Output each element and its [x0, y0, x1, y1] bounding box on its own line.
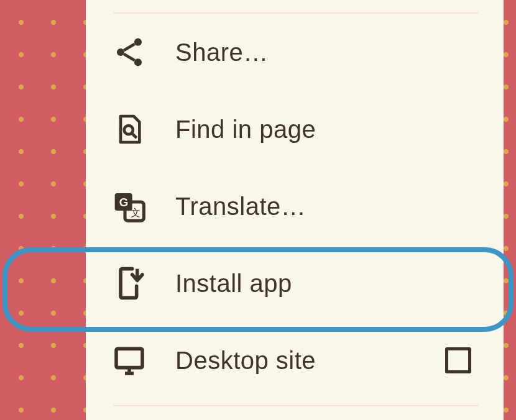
find-in-page-icon — [112, 112, 147, 147]
svg-rect-11 — [116, 349, 142, 367]
svg-point-1 — [117, 48, 124, 56]
install-app-icon — [112, 266, 147, 301]
svg-point-2 — [134, 58, 142, 66]
menu-item-label: Find in page — [175, 116, 316, 144]
menu-item-label: Install app — [175, 270, 292, 298]
svg-line-3 — [124, 44, 134, 50]
menu-item-find-in-page[interactable]: Find in page — [86, 91, 504, 168]
svg-point-0 — [134, 39, 142, 46]
svg-line-4 — [124, 54, 134, 60]
translate-icon: G 文 — [112, 189, 147, 224]
menu-item-label: Translate… — [175, 193, 306, 221]
svg-text:G: G — [119, 196, 129, 209]
menu-item-install-app[interactable]: Install app — [86, 245, 504, 322]
menu-item-share[interactable]: Share… — [86, 14, 504, 91]
share-icon — [112, 35, 147, 70]
desktop-icon — [112, 343, 147, 378]
svg-line-6 — [132, 134, 136, 138]
menu-divider — [113, 405, 479, 406]
menu-item-desktop-site[interactable]: Desktop site — [86, 322, 504, 399]
svg-point-5 — [124, 126, 133, 134]
overflow-menu: Share… Find in page G 文 Translate… — [86, 0, 504, 420]
desktop-site-checkbox[interactable] — [445, 347, 471, 373]
menu-item-translate[interactable]: G 文 Translate… — [86, 168, 504, 245]
svg-text:文: 文 — [131, 207, 141, 218]
menu-item-label: Share… — [175, 39, 269, 66]
menu-item-label: Desktop site — [175, 347, 316, 375]
